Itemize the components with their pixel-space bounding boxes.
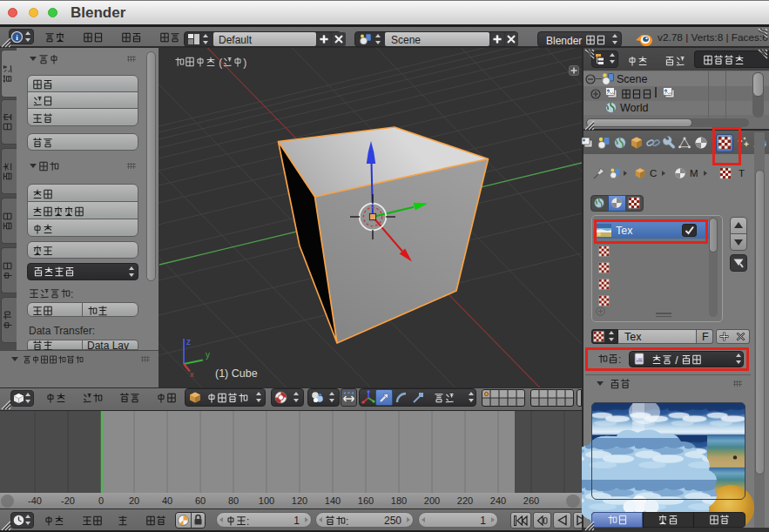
svg-text:x: x xyxy=(190,370,194,379)
svg-text:y: y xyxy=(206,350,210,360)
svg-text:z: z xyxy=(186,337,191,347)
